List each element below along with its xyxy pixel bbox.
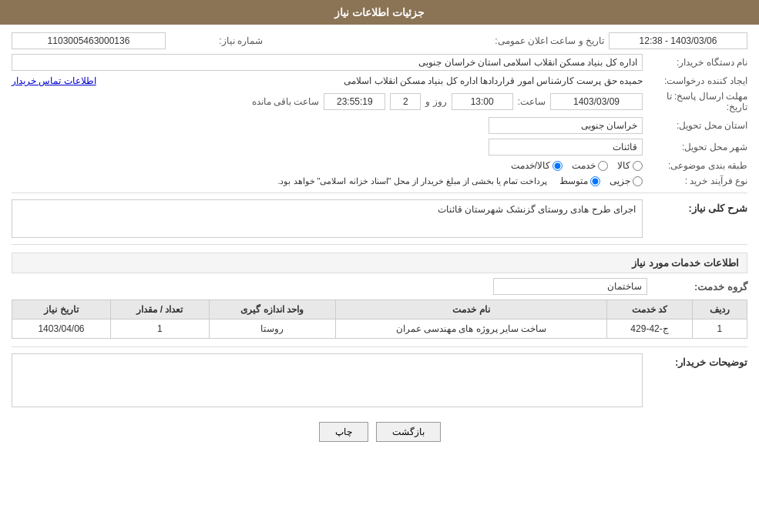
- tabaqe-label: طبقه بندی موضوعی:: [647, 160, 747, 171]
- sharh-value: اجرای طرح هادی روستای گزنشک شهرستان قائن…: [438, 204, 636, 215]
- noefarayand-radio-group: جزیی متوسط: [559, 176, 643, 186]
- table-cell-0-2: ساخت سایر پروژه های مهندسی عمران: [335, 320, 607, 339]
- tarikh-elan-label: تاریخ و ساعت اعلان عمومی:: [495, 35, 604, 46]
- ijadKonande-value: حمیده حق پرست کارشناس امور قراردادها ادا…: [101, 75, 643, 86]
- tarikh-ersal-label: مهلت ارسال پاسخ: تا تاریخ:: [647, 91, 747, 112]
- noefarayand-jozi-radio[interactable]: [633, 176, 643, 186]
- noefarayand-motovaset-label: متوسط: [559, 176, 588, 186]
- tabaqe-radio-group: کالا خدمت کالا/خدمت: [511, 160, 643, 171]
- tabaqe-kala-khadamat-label: کالا/خدمت: [511, 160, 550, 171]
- tabaqe-khadamat-label: خدمت: [572, 160, 596, 171]
- garoh-khadamat-label: گروه خدمت:: [647, 281, 747, 293]
- print-button[interactable]: چاپ: [319, 422, 368, 442]
- divider-3: [12, 346, 747, 347]
- services-table: ردیف کد خدمت نام خدمت واحد اندازه گیری ت…: [12, 299, 747, 339]
- noefarayand-jozi-option[interactable]: جزیی: [610, 176, 643, 186]
- page-header: جزئیات اطلاعات نیاز: [0, 0, 759, 25]
- sharh-value-box: اجرای طرح هادی روستای گزنشک شهرستان قائن…: [12, 199, 643, 238]
- tarikh-ersal-days: 2: [390, 93, 421, 110]
- tarikh-elan-value: 1403/03/06 - 12:38: [609, 32, 747, 49]
- tabaqe-kala-khadamat-option[interactable]: کالا/خدمت: [511, 160, 563, 171]
- tarikh-ersal-time: 13:00: [452, 93, 513, 110]
- khadamat-info-title: اطلاعات خدمات مورد نیاز: [12, 253, 747, 273]
- table-cell-0-5: 1403/04/06: [12, 320, 111, 339]
- noefarayand-motovaset-radio[interactable]: [590, 176, 600, 186]
- tabaqe-kala-khadamat-radio[interactable]: [552, 161, 563, 171]
- table-cell-0-0: 1: [692, 320, 747, 339]
- tarikh-ersal-remain: 23:55:19: [324, 93, 385, 110]
- tabaqe-kala-radio[interactable]: [633, 161, 643, 171]
- page-title: جزئیات اطلاعات نیاز: [334, 6, 425, 18]
- tozihat-textarea[interactable]: [12, 353, 643, 407]
- garoh-khadamat-row: گروه خدمت: ساختمان: [12, 278, 747, 295]
- shahr-label: شهر محل تحویل:: [647, 142, 747, 152]
- noefarayand-jozi-label: جزیی: [610, 176, 630, 186]
- noefarayand-label: نوع فرآیند خرید :: [647, 176, 747, 186]
- tabaqe-khadamat-option[interactable]: خدمت: [572, 160, 608, 171]
- col-tedad: تعداد / مقدار: [110, 300, 209, 320]
- tarikh-ersal-time-label: ساعت:: [518, 96, 546, 107]
- sharh-label: شرح کلی نیاز:: [647, 199, 747, 214]
- shomareNiaz-value: 1103005463000136: [12, 32, 166, 49]
- ostan-label: استان محل تحویل:: [647, 120, 747, 131]
- tabaqe-khadamat-radio[interactable]: [598, 161, 608, 171]
- table-cell-0-4: 1: [110, 320, 209, 339]
- noefarayand-motovaset-option[interactable]: متوسط: [559, 176, 600, 186]
- back-button[interactable]: بازگشت: [376, 422, 441, 442]
- col-radif: ردیف: [692, 300, 747, 320]
- divider-1: [12, 192, 747, 193]
- col-kod: کد خدمت: [607, 300, 692, 320]
- tozihat-label: توضیحات خریدار:: [647, 353, 747, 368]
- table-cell-0-3: روستا: [209, 320, 335, 339]
- ijadKonande-label: ایجاد کننده درخواست:: [647, 75, 747, 86]
- ijadKonande-link[interactable]: اطلاعات تماس خریدار: [12, 75, 96, 86]
- shomareNiaz-label: شماره نیاز:: [170, 35, 263, 46]
- col-tarikh: تاریخ نیاز: [12, 300, 111, 320]
- shahr-value: قائنات: [489, 139, 643, 156]
- namDastgah-label: نام دستگاه خریدار:: [647, 57, 747, 68]
- tarikh-ersal-day-label: روز و: [425, 96, 446, 107]
- ostan-value: خراسان جنوبی: [489, 117, 643, 134]
- button-row: بازگشت چاپ: [12, 422, 747, 442]
- col-nam: نام خدمت: [335, 300, 607, 320]
- noefarayand-notice: پرداخت تمام یا بخشی از مبلغ خریدار از مح…: [277, 176, 547, 186]
- col-vahed: واحد اندازه گیری: [209, 300, 335, 320]
- tabaqe-kala-option[interactable]: کالا: [617, 160, 643, 171]
- table-cell-0-1: ج-42-429: [607, 320, 692, 339]
- garoh-khadamat-value: ساختمان: [493, 278, 647, 295]
- tarikh-ersal-date: 1403/03/09: [550, 93, 643, 110]
- table-row: 1ج-42-429ساخت سایر پروژه های مهندسی عمرا…: [12, 320, 747, 339]
- divider-2: [12, 244, 747, 245]
- namDastgah-value: اداره کل بنیاد مسکن انقلاب اسلامی استان …: [12, 54, 643, 71]
- tabaqe-kala-label: کالا: [617, 160, 630, 171]
- tarikh-ersal-remain-label: ساعت باقی مانده: [252, 96, 320, 107]
